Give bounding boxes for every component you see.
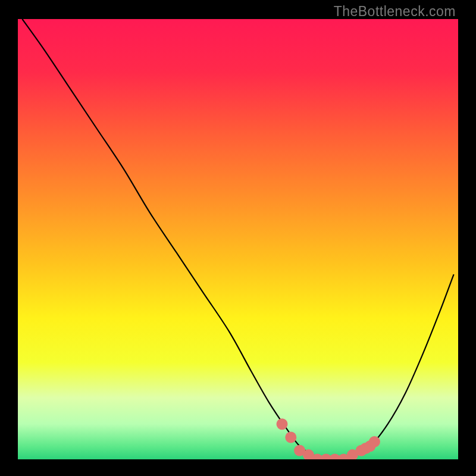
watermark-text: TheBottleneck.com — [334, 4, 456, 20]
chart-area — [18, 19, 458, 459]
highlight-dot — [369, 436, 380, 447]
highlight-dot — [277, 418, 288, 430]
gradient-background — [18, 19, 458, 459]
bottleneck-chart — [18, 19, 458, 459]
highlight-dot — [285, 432, 296, 443]
